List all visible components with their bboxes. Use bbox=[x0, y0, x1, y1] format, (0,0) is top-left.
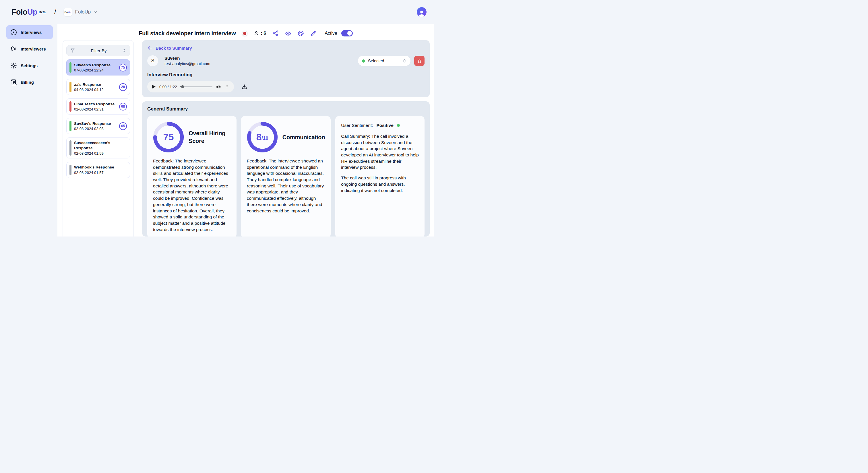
response-item[interactable]: Final Test's Response 02-08-2024 02:31 6… bbox=[66, 98, 130, 115]
status-bar bbox=[69, 62, 71, 73]
respondent-count: : 6 bbox=[253, 30, 267, 36]
volume-icon[interactable] bbox=[216, 84, 221, 90]
summary-heading: General Summary bbox=[147, 106, 425, 112]
audio-player[interactable]: 0:00 / 1:22 bbox=[147, 81, 234, 92]
score-badge: 20 bbox=[119, 83, 127, 91]
sidebar-item-label: Billing bbox=[21, 80, 34, 85]
overall-score-card: 75 Overall Hiring Score Feedback: The in… bbox=[147, 116, 237, 236]
workspace-logo-badge: FoloUp bbox=[64, 8, 72, 17]
filter-label: Filter By bbox=[75, 48, 122, 53]
player-seekbar[interactable] bbox=[180, 86, 212, 87]
response-name: Suveen's Response bbox=[74, 63, 117, 68]
user-avatar[interactable] bbox=[417, 7, 427, 17]
interview-header: Full stack developer intern interview : … bbox=[57, 24, 434, 40]
sidebar-item-interviewers[interactable]: Interviewers bbox=[6, 42, 53, 56]
respondent-avatar: S bbox=[147, 55, 158, 66]
score-badge: 65 bbox=[119, 122, 127, 130]
call-status-text: The call was still in progress with ongo… bbox=[341, 175, 419, 193]
response-date: 04-08-2024 04:12 bbox=[74, 88, 117, 92]
status-bar bbox=[69, 121, 71, 131]
interview-title: Full stack developer intern interview bbox=[138, 30, 236, 37]
sidebar-item-interviews[interactable]: Interviews bbox=[6, 25, 53, 39]
theme-palette-icon[interactable] bbox=[298, 30, 304, 36]
response-item[interactable]: Suveeeeeeeeeeen's Response 02-08-2024 01… bbox=[66, 137, 130, 158]
recording-section-title: Interview Recording bbox=[147, 72, 425, 77]
player-time: 0:00 / 1:22 bbox=[159, 85, 177, 89]
card-feedback: Feedback: The interviewee showed an oper… bbox=[247, 158, 325, 214]
beta-badge: Beta bbox=[39, 10, 45, 14]
back-to-summary-link[interactable]: Back to Summary bbox=[147, 45, 192, 51]
response-name: Webhook's Response bbox=[74, 165, 127, 170]
delete-response-button[interactable] bbox=[414, 56, 425, 66]
status-bar bbox=[69, 82, 71, 92]
sidebar-item-label: Interviewers bbox=[21, 46, 46, 51]
response-name: SuvSuv's Response bbox=[74, 121, 117, 126]
response-item[interactable]: Webhook's Response 02-08-2024 01:57 bbox=[66, 162, 130, 178]
chevrons-up-down-icon bbox=[402, 59, 406, 63]
recording-dot bbox=[242, 31, 247, 36]
profile-panel: Back to Summary S Suveen test-analytics@… bbox=[142, 40, 430, 97]
play-circle-icon bbox=[10, 29, 17, 36]
preview-eye-icon[interactable] bbox=[285, 30, 291, 36]
response-date: 02-08-2024 01:59 bbox=[74, 151, 127, 156]
card-feedback: Feedback: The interviewee demonstrated s… bbox=[153, 158, 231, 232]
breadcrumb-separator: / bbox=[54, 8, 56, 16]
response-list: Filter By Suveen's Response 07-08-2024 2… bbox=[63, 40, 134, 236]
sentiment-card: User Sentiment: Positive Call Summary: T… bbox=[335, 116, 425, 236]
edit-pencil-icon[interactable] bbox=[310, 30, 317, 36]
response-name: aa's Response bbox=[74, 82, 117, 87]
active-label: Active bbox=[324, 31, 337, 36]
main-area: Full stack developer intern interview : … bbox=[57, 24, 434, 236]
sentiment-label: User Sentiment: bbox=[341, 123, 373, 128]
response-date: 02-08-2024 01:57 bbox=[74, 170, 127, 175]
response-item[interactable]: Suveen's Response 07-08-2024 22:24 75 bbox=[66, 59, 130, 75]
sidebar-item-settings[interactable]: Settings bbox=[6, 59, 53, 72]
download-icon[interactable] bbox=[241, 84, 247, 90]
status-bar bbox=[69, 101, 71, 112]
sidebar-item-label: Settings bbox=[21, 63, 38, 68]
trash-icon bbox=[417, 59, 422, 63]
response-item[interactable]: SuvSuv's Response 02-08-2024 02:03 65 bbox=[66, 118, 130, 134]
share-icon[interactable] bbox=[272, 30, 279, 36]
kebab-menu-icon[interactable] bbox=[225, 84, 229, 89]
sentiment-dot bbox=[397, 124, 400, 127]
score-badge: 68 bbox=[119, 103, 127, 111]
response-item[interactable]: aa's Response 04-08-2024 04:12 20 bbox=[66, 79, 130, 95]
sidebar-item-billing[interactable]: Billing bbox=[6, 75, 53, 89]
chevron-down-icon[interactable] bbox=[93, 10, 98, 14]
filter-dropdown[interactable]: Filter By bbox=[66, 45, 130, 56]
response-name: Suveeeeeeeeeeen's Response bbox=[74, 140, 127, 151]
card-title: Communication bbox=[282, 133, 325, 141]
candidate-status-dropdown[interactable]: Selected bbox=[358, 56, 410, 66]
status-dot bbox=[362, 59, 365, 63]
workspace-name[interactable]: FoloUp bbox=[75, 9, 91, 15]
brand-logo[interactable]: FoloUp bbox=[11, 8, 37, 17]
response-date: 02-08-2024 02:31 bbox=[74, 107, 117, 112]
gear-icon bbox=[10, 62, 17, 69]
topbar: FoloUp Beta / FoloUp FoloUp bbox=[0, 0, 434, 24]
play-icon[interactable] bbox=[152, 84, 156, 89]
scroll-icon bbox=[10, 79, 17, 86]
response-name: Final Test's Response bbox=[74, 102, 117, 107]
respondent-email: test-analytics@gmail.com bbox=[164, 61, 210, 66]
response-date: 02-08-2024 02:03 bbox=[74, 127, 117, 131]
status-bar bbox=[69, 165, 71, 175]
chevrons-up-down-icon bbox=[122, 49, 126, 53]
score-ring: 75 bbox=[153, 122, 184, 153]
active-toggle[interactable] bbox=[341, 30, 353, 36]
status-label: Selected bbox=[368, 59, 400, 63]
response-date: 07-08-2024 22:24 bbox=[74, 68, 117, 72]
sidebar-item-label: Interviews bbox=[21, 30, 42, 35]
arrow-left-icon bbox=[147, 45, 153, 51]
sentiment-value: Positive bbox=[376, 123, 393, 128]
call-summary-text: Call Summary: The call involved a discus… bbox=[341, 133, 419, 170]
status-bar bbox=[69, 140, 71, 156]
card-title: Overall Hiring Score bbox=[189, 129, 231, 145]
general-summary-panel: General Summary 75 bbox=[142, 101, 430, 236]
person-icon bbox=[253, 30, 259, 36]
communication-card: 8/10 Communication Feedback: The intervi… bbox=[241, 116, 331, 236]
score-ring: 8/10 bbox=[247, 122, 278, 153]
respondent-name: Suveen bbox=[164, 56, 210, 61]
response-detail: Back to Summary S Suveen test-analytics@… bbox=[142, 40, 430, 236]
sidebar: Interviews Interviewers Settings Billing bbox=[0, 24, 57, 236]
